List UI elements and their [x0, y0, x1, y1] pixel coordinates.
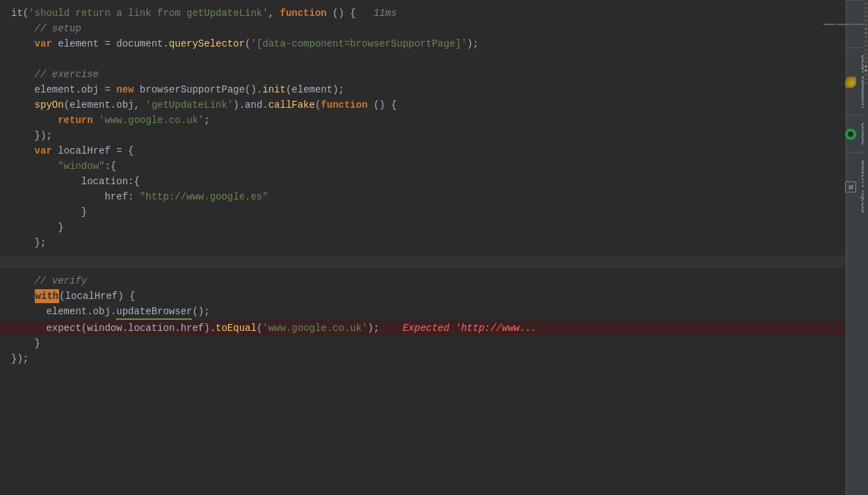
code-token: () {: [368, 98, 397, 112]
code-token: ).and.: [233, 98, 268, 112]
code-token: querySelector: [169, 37, 245, 51]
code-token: var: [35, 37, 52, 51]
code-token: // setup: [11, 22, 81, 35]
code-line: spyOn(element.obj, 'getUpdateLink').and.…: [0, 97, 846, 113]
code-token: );: [467, 37, 479, 51]
code-token: (element.obj,: [64, 98, 146, 112]
code-token: [11, 98, 35, 112]
code-token: callFake: [268, 98, 315, 112]
code-token: element.obj.: [11, 305, 116, 318]
code-line-error: expect(window.location.href).toEqual('ww…: [0, 320, 846, 336]
code-token: href:: [11, 190, 140, 204]
code-token: (: [23, 6, 29, 20]
code-token: init: [262, 83, 286, 97]
code-token: 'should return a link from getUpdateLink…: [29, 6, 268, 20]
code-line: "window":{: [0, 159, 846, 174]
code-line: // setup: [0, 21, 846, 36]
code-token: spyOn: [35, 98, 64, 112]
code-token: (: [315, 98, 321, 112]
code-token: ,: [268, 6, 280, 20]
code-token: [11, 37, 35, 51]
code-block-2: // verify with(localHref) { element.obj.…: [0, 268, 846, 372]
code-line: });: [0, 351, 846, 366]
code-line: it('should return a link from getUpdateL…: [0, 6, 846, 21]
code-line: };: [0, 235, 846, 250]
section-separator: [0, 257, 846, 268]
code-token: location:{: [11, 175, 140, 188]
code-token: "http://www.google.es": [140, 190, 268, 204]
code-token: }: [11, 220, 64, 234]
error-message: Expected 'http://www...: [391, 321, 537, 335]
code-line: });: [0, 128, 846, 143]
code-line: element.obj.updateBrowser();: [0, 304, 846, 320]
code-token: // verify: [11, 274, 87, 288]
code-token: return: [58, 113, 93, 127]
code-token: element = document.: [52, 37, 169, 51]
code-token: });: [11, 129, 52, 143]
code-token: [11, 159, 58, 173]
code-token: [93, 113, 99, 127]
code-line: location:{: [0, 174, 846, 189]
code-token: element.obj =: [11, 83, 116, 97]
code-line: return 'www.google.co.uk';: [0, 113, 846, 128]
editor-container: it('should return a link from getUpdateL…: [0, 0, 846, 495]
scrollbar-indicators: [864, 0, 868, 495]
code-block-1: it('should return a link from getUpdateL…: [0, 0, 846, 257]
code-token: [11, 144, 35, 158]
code-token-update-browser: updateBrowser: [116, 305, 192, 320]
code-token: browserSupportPage: [140, 83, 245, 97]
code-token: [134, 83, 139, 97]
code-line: [0, 51, 846, 67]
code-token: function: [280, 6, 327, 20]
code-token: 'getUpdateLink': [145, 98, 233, 112]
code-line: // exercise: [0, 67, 846, 82]
code-line: var element = document.querySelector('[d…: [0, 36, 846, 51]
code-token: );: [368, 321, 392, 335]
code-token: }: [11, 205, 87, 219]
code-line: with(localHref) {: [0, 289, 846, 304]
code-token: }: [11, 336, 40, 350]
code-token: 'www.google.co.uk': [262, 321, 367, 335]
code-token: () {: [327, 6, 368, 20]
code-token: localHref = {: [52, 144, 134, 158]
code-line: }: [0, 220, 846, 235]
code-token: (localHref) {: [59, 289, 135, 303]
editor-area: it('should return a link from getUpdateL…: [0, 0, 846, 372]
code-token: it: [11, 6, 23, 20]
code-line: }: [0, 204, 846, 220]
code-token: expect(window.location.href).: [11, 321, 216, 335]
code-token: (: [245, 37, 250, 51]
code-token: ().: [245, 83, 262, 97]
code-token-with: with: [35, 289, 60, 303]
code-token: [11, 289, 35, 303]
code-token: var: [35, 144, 52, 158]
code-token: (: [257, 321, 262, 335]
code-line: href: "http://www.google.es": [0, 189, 846, 204]
code-token: function: [321, 98, 367, 112]
code-token: };: [11, 236, 46, 250]
code-line: }: [0, 336, 846, 351]
code-line: var localHref = {: [0, 143, 846, 159]
code-token: :{: [104, 159, 116, 173]
code-token: new: [116, 83, 134, 97]
code-line: element.obj = new browserSupportPage().i…: [0, 82, 846, 97]
code-token: toEqual: [216, 321, 257, 335]
code-token: 'www.google.co.uk': [99, 113, 204, 127]
code-line: // verify: [0, 273, 846, 289]
right-sidebar: Database Bean Validation Gradle m Maven …: [846, 0, 868, 495]
code-token: ();: [192, 305, 209, 318]
code-token: ;: [204, 113, 209, 127]
code-token: '[data-component=browserSupportPage]': [250, 37, 467, 51]
code-token: "window": [58, 159, 104, 173]
code-token: });: [11, 352, 29, 366]
code-token: [11, 113, 58, 127]
code-token: // exercise: [11, 67, 99, 81]
code-token: 11ms: [368, 6, 397, 20]
code-token: (element);: [286, 83, 344, 97]
